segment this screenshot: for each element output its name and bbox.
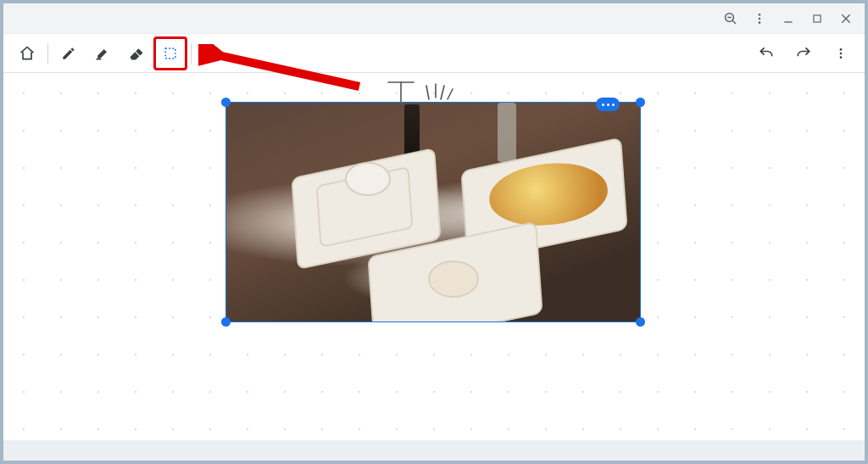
selection-tool[interactable] [153,36,187,70]
window-titlebar [3,3,865,34]
svg-point-4 [759,17,761,20]
pen-tool[interactable] [52,36,86,70]
resize-handle-bottom-right[interactable] [636,317,645,327]
canvas[interactable] [3,73,865,440]
rectangle-tool[interactable] [195,36,229,70]
resize-handle-top-left[interactable] [221,98,231,107]
app-window [0,0,868,464]
svg-line-1 [732,20,736,24]
svg-point-5 [759,21,761,24]
undo-button[interactable] [749,36,783,70]
image-more-actions-button[interactable] [596,98,620,111]
highlighter-tool[interactable] [86,36,120,70]
close-button[interactable] [834,7,858,31]
window-menu-button[interactable] [748,7,771,31]
image-content [226,103,640,321]
resize-handle-top-right[interactable] [636,98,645,107]
svg-point-3 [759,14,761,16]
canvas-inner [15,73,853,440]
toolbar-more-button[interactable] [824,36,858,70]
svg-rect-12 [206,49,217,58]
svg-rect-10 [97,58,102,59]
toolbar-divider [191,43,192,64]
toolbar [3,34,865,73]
eraser-tool[interactable] [120,36,153,70]
selected-image[interactable] [225,102,641,322]
svg-point-15 [840,56,843,59]
svg-rect-7 [814,14,821,21]
svg-point-14 [840,52,843,54]
maximize-button[interactable] [805,7,829,31]
zoom-out-button[interactable] [719,7,743,31]
home-button[interactable] [10,36,44,70]
svg-point-13 [840,48,843,51]
resize-handle-bottom-left[interactable] [221,317,231,327]
svg-rect-11 [165,48,175,59]
toolbar-divider [47,43,48,64]
bottom-scroll-gutter [3,440,865,461]
minimize-button[interactable] [776,7,800,31]
redo-button[interactable] [787,36,821,70]
